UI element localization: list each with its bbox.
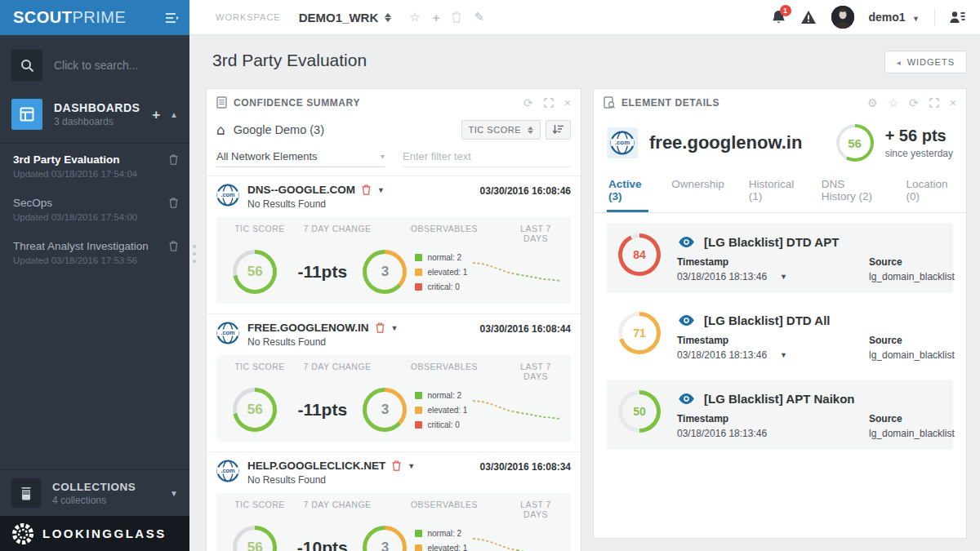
sidebar-resize-handle[interactable] (193, 245, 196, 263)
confidence-panel-header: CONFIDENCE SUMMARY ⟳ × (207, 89, 581, 116)
add-workspace-icon[interactable]: + (433, 11, 440, 24)
tab-active[interactable]: Active (3) (607, 171, 648, 212)
alerts-warning-icon[interactable] (800, 10, 817, 24)
threat-title: [LG Blacklist] DTD APT (704, 235, 839, 249)
element-name[interactable]: HELP.GOOGLECLICK.NET (247, 460, 385, 472)
chevron-up-icon[interactable]: ▲ (170, 110, 178, 119)
search-icon[interactable] (11, 50, 42, 81)
collections-title: COLLECTIONS (52, 481, 136, 493)
dashboard-name[interactable]: Threat Analyst Investigation (13, 240, 149, 252)
element-timestamp: 03/30/2016 16:08:44 (480, 322, 571, 335)
legend-label: normal: 2 (427, 529, 461, 538)
expand-icon[interactable] (929, 98, 939, 108)
chevron-down-icon[interactable]: ▼ (780, 351, 787, 359)
close-icon[interactable]: × (564, 97, 571, 109)
workspace-name[interactable]: DEMO1_WRK (299, 11, 379, 24)
refresh-icon[interactable]: ⟳ (523, 97, 533, 109)
workspace-switcher-icon[interactable] (385, 13, 391, 22)
search-placeholder[interactable]: Click to search... (54, 59, 138, 72)
sidebar: SCOUTPRIME Click to search... DASHBOARDS… (0, 0, 189, 551)
sidebar-menu-icon[interactable] (165, 12, 180, 24)
tab-dns-history[interactable]: DNS History (2) (820, 171, 884, 212)
chevron-down-icon[interactable]: ▼ (408, 462, 415, 470)
dashboard-item-threat-analyst-investigation[interactable]: Threat Analyst Investigation Updated 03/… (0, 230, 189, 273)
star-icon[interactable]: ☆ (889, 97, 899, 109)
element-name[interactable]: FREE.GOOGLENOW.IN (247, 322, 369, 334)
observables-value: 3 (381, 402, 389, 418)
delete-workspace-icon[interactable] (452, 11, 461, 23)
legend-swatch-elevated (415, 269, 422, 276)
details-panel-title: ELEMENT DETAILS (621, 97, 719, 109)
favorite-workspace-icon[interactable]: ☆ (409, 10, 420, 24)
filter-text-input[interactable] (403, 146, 571, 167)
chevron-down-icon[interactable]: ▼ (391, 324, 399, 332)
refresh-icon[interactable]: ⟳ (909, 97, 919, 109)
dashboard-updated: Updated 03/18/2016 17:54:00 (13, 212, 178, 222)
trash-icon[interactable] (362, 184, 371, 195)
legend-label: elevated: 1 (427, 406, 467, 415)
add-dashboard-button[interactable]: + (152, 108, 160, 122)
dashboard-item-secops[interactable]: SecOps Updated 03/18/2016 17:54:00 (0, 187, 189, 230)
widgets-button[interactable]: ◂ WIDGETS (884, 51, 967, 73)
expand-icon[interactable] (544, 98, 554, 108)
trash-icon[interactable] (376, 322, 385, 333)
edit-workspace-icon[interactable]: ✎ (474, 10, 484, 24)
trash-icon[interactable] (169, 198, 178, 208)
eye-icon[interactable] (677, 314, 696, 327)
change-value: -11pts (297, 400, 347, 419)
sort-order-button[interactable] (546, 120, 571, 140)
eye-icon[interactable] (677, 393, 696, 405)
element-score-value: 56 (848, 136, 862, 150)
username[interactable]: demo1 (869, 11, 906, 24)
legend-label: critical: 0 (427, 420, 459, 429)
element-metrics-card: TIC SCORE 7 DAY CHANGE OBSERVABLES LAST … (216, 217, 571, 304)
blacklist-item[interactable]: 71 [LG Blacklist] DTD All Timestamp 03/1… (607, 301, 953, 371)
col-observables: OBSERVABLES (380, 500, 509, 519)
close-icon[interactable]: × (950, 97, 956, 109)
dashboard-name[interactable]: SecOps (13, 197, 52, 209)
user-menu[interactable]: demo1 ▼ (869, 10, 920, 24)
observables-value: 3 (381, 540, 389, 551)
lookingglass-logo-icon (11, 522, 34, 545)
legend-swatch-critical (415, 421, 422, 429)
tab-historical[interactable]: Historical (1) (747, 171, 799, 212)
domain-globe-icon: .com (216, 184, 239, 207)
dashboards-count: 3 dashboards (54, 116, 140, 127)
scope-name[interactable]: Google Demo (3) (234, 123, 324, 136)
chevron-left-icon: ◂ (897, 58, 902, 67)
network-elements-select[interactable]: All Network Elements ▾ (216, 146, 385, 167)
gear-icon[interactable]: ⚙ (867, 97, 878, 109)
svg-text:.com: .com (220, 329, 235, 336)
collections-icon[interactable] (11, 478, 41, 508)
dashboards-icon[interactable] (11, 99, 42, 130)
dashboards-section-header[interactable]: DASHBOARDS 3 dashboards + ▲ (0, 92, 189, 136)
tab-location[interactable]: Location (0) (904, 171, 953, 212)
trash-icon[interactable] (169, 154, 178, 165)
blacklist-item[interactable]: 50 [LG Blacklist] APT Naikon Timestamp 0… (607, 380, 953, 450)
chevron-down-icon[interactable]: ▼ (780, 273, 787, 281)
user-admin-icon[interactable] (950, 11, 965, 24)
eye-icon[interactable] (677, 236, 696, 248)
chevron-down-icon[interactable]: ▼ (377, 186, 385, 194)
dashboard-item-3rd-party-evaluation[interactable]: 3rd Party Evaluation Updated 03/18/2016 … (0, 144, 189, 187)
tic-score-ring: 56 (233, 250, 277, 294)
dashboard-name[interactable]: 3rd Party Evaluation (13, 153, 120, 166)
tab-ownership[interactable]: Ownership (670, 171, 726, 212)
element-name[interactable]: DNS--GOOGLE.COM (247, 184, 355, 196)
home-icon[interactable]: ⌂ (216, 122, 225, 138)
threat-score-value: 84 (633, 248, 646, 261)
trash-icon[interactable] (392, 460, 401, 471)
element-metrics-card: TIC SCORE 7 DAY CHANGE OBSERVABLES LAST … (216, 355, 571, 442)
user-avatar[interactable] (831, 6, 854, 29)
blacklist-item[interactable]: 84 [LG Blacklist] DTD APT Timestamp 03/1… (607, 223, 953, 293)
sidebar-search[interactable]: Click to search... (0, 50, 189, 81)
tic-score-ring: 56 (233, 526, 277, 551)
trash-icon[interactable] (169, 241, 178, 251)
sort-by-select[interactable]: TIC SCORE (461, 120, 541, 140)
timestamp-value: 03/18/2016 18:13:46 (677, 271, 767, 282)
details-tabs: Active (3) Ownership Historical (1) DNS … (594, 167, 966, 213)
collections-section-header[interactable]: COLLECTIONS 4 collections ▼ (0, 469, 189, 516)
notifications-bell-icon[interactable]: 1 (772, 10, 786, 24)
chevron-down-icon[interactable]: ▼ (170, 489, 178, 498)
col-observables: OBSERVABLES (380, 362, 509, 381)
